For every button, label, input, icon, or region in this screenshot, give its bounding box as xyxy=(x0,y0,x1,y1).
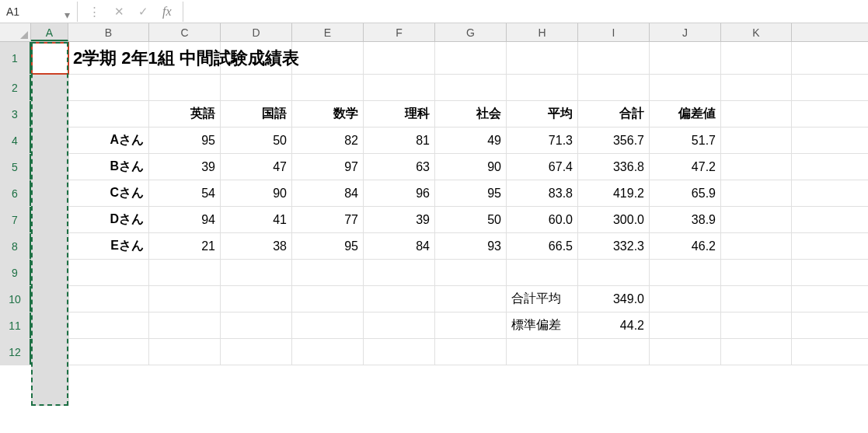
column-header-k[interactable]: K xyxy=(721,23,792,41)
cell-f2[interactable] xyxy=(364,75,435,100)
cell-a10[interactable] xyxy=(31,286,68,312)
cell-j10[interactable] xyxy=(650,286,721,312)
column-header-d[interactable]: D xyxy=(221,23,292,41)
cell-f1[interactable] xyxy=(364,42,435,74)
cell-k5[interactable] xyxy=(721,154,792,180)
cell-b5-name[interactable]: Bさん xyxy=(68,154,149,180)
cell-b7-name[interactable]: Dさん xyxy=(68,207,149,232)
cell-g1[interactable] xyxy=(435,42,507,74)
cell-b4-name[interactable]: Aさん xyxy=(68,127,149,153)
cell-a2[interactable] xyxy=(31,75,68,100)
fx-icon[interactable]: fx xyxy=(162,5,172,19)
cell-g10[interactable] xyxy=(435,286,507,312)
cell-d3-header[interactable]: 国語 xyxy=(221,101,292,127)
name-box[interactable]: A1 ▾ xyxy=(0,2,78,22)
cell-b12[interactable] xyxy=(68,339,149,365)
cell-j9[interactable] xyxy=(650,260,721,285)
column-header-b[interactable]: B xyxy=(68,23,149,41)
cell-b1-title[interactable]: 2学期 2年1組 中間試験成績表 xyxy=(68,42,149,74)
cell-d4[interactable]: 50 xyxy=(221,127,292,153)
cell-h7[interactable]: 60.0 xyxy=(507,207,578,232)
cell-d9[interactable] xyxy=(221,260,292,285)
row-header-12[interactable]: 12 xyxy=(0,339,31,365)
cell-i8[interactable]: 332.3 xyxy=(578,233,650,259)
cell-b9[interactable] xyxy=(68,260,149,285)
column-header-a[interactable]: A xyxy=(31,23,68,41)
cell-a8[interactable] xyxy=(31,233,68,259)
cell-d11[interactable] xyxy=(221,313,292,338)
cell-h12[interactable] xyxy=(507,339,578,365)
column-header-h[interactable]: H xyxy=(507,23,578,41)
cell-h9[interactable] xyxy=(507,260,578,285)
cell-k12[interactable] xyxy=(721,339,792,365)
cell-i10-avg-value[interactable]: 349.0 xyxy=(578,286,650,312)
cell-j6[interactable]: 65.9 xyxy=(650,180,721,206)
cell-c5[interactable]: 39 xyxy=(149,154,221,180)
cell-c2[interactable] xyxy=(149,75,221,100)
cell-c10[interactable] xyxy=(149,286,221,312)
cell-b10[interactable] xyxy=(68,286,149,312)
cell-d12[interactable] xyxy=(221,339,292,365)
column-header-f[interactable]: F xyxy=(364,23,435,41)
column-header-j[interactable]: J xyxy=(650,23,721,41)
cell-c12[interactable] xyxy=(149,339,221,365)
cell-c3-header[interactable]: 英語 xyxy=(149,101,221,127)
row-header-11[interactable]: 11 xyxy=(0,313,31,338)
cell-c9[interactable] xyxy=(149,260,221,285)
cell-e6[interactable]: 84 xyxy=(292,180,364,206)
cell-b3[interactable] xyxy=(68,101,149,127)
cell-i3-header[interactable]: 合計 xyxy=(578,101,650,127)
cell-c6[interactable]: 54 xyxy=(149,180,221,206)
cell-d10[interactable] xyxy=(221,286,292,312)
cell-c4[interactable]: 95 xyxy=(149,127,221,153)
cell-i6[interactable]: 419.2 xyxy=(578,180,650,206)
cell-i11-std-value[interactable]: 44.2 xyxy=(578,313,650,338)
cell-e2[interactable] xyxy=(292,75,364,100)
row-header-8[interactable]: 8 xyxy=(0,233,31,259)
cell-f9[interactable] xyxy=(364,260,435,285)
cell-h4[interactable]: 71.3 xyxy=(507,127,578,153)
cell-d6[interactable]: 90 xyxy=(221,180,292,206)
cell-e11[interactable] xyxy=(292,313,364,338)
column-header-e[interactable]: E xyxy=(292,23,364,41)
cell-c8[interactable]: 21 xyxy=(149,233,221,259)
row-header-10[interactable]: 10 xyxy=(0,286,31,312)
cell-j4[interactable]: 51.7 xyxy=(650,127,721,153)
cell-a6[interactable] xyxy=(31,180,68,206)
row-header-3[interactable]: 3 xyxy=(0,101,31,127)
cell-g8[interactable]: 93 xyxy=(435,233,507,259)
row-header-5[interactable]: 5 xyxy=(0,154,31,180)
cell-k4[interactable] xyxy=(721,127,792,153)
cell-c11[interactable] xyxy=(149,313,221,338)
cell-h2[interactable] xyxy=(507,75,578,100)
cell-f4[interactable]: 81 xyxy=(364,127,435,153)
cell-k10[interactable] xyxy=(721,286,792,312)
cell-f11[interactable] xyxy=(364,313,435,338)
formula-input[interactable] xyxy=(183,2,868,22)
cell-j5[interactable]: 47.2 xyxy=(650,154,721,180)
cell-d7[interactable]: 41 xyxy=(221,207,292,232)
cell-h5[interactable]: 67.4 xyxy=(507,154,578,180)
cell-j1[interactable] xyxy=(650,42,721,74)
cell-a4[interactable] xyxy=(31,127,68,153)
cell-g5[interactable]: 90 xyxy=(435,154,507,180)
cell-f10[interactable] xyxy=(364,286,435,312)
row-header-4[interactable]: 4 xyxy=(0,127,31,153)
cell-g11[interactable] xyxy=(435,313,507,338)
cell-k3[interactable] xyxy=(721,101,792,127)
cell-h3-header[interactable]: 平均 xyxy=(507,101,578,127)
cell-i5[interactable]: 336.8 xyxy=(578,154,650,180)
cell-k7[interactable] xyxy=(721,207,792,232)
cell-f8[interactable]: 84 xyxy=(364,233,435,259)
cell-k8[interactable] xyxy=(721,233,792,259)
cell-k1[interactable] xyxy=(721,42,792,74)
cell-k9[interactable] xyxy=(721,260,792,285)
column-header-i[interactable]: I xyxy=(578,23,650,41)
cell-j2[interactable] xyxy=(650,75,721,100)
cell-a11[interactable] xyxy=(31,313,68,338)
cell-j8[interactable]: 46.2 xyxy=(650,233,721,259)
cell-f3-header[interactable]: 理科 xyxy=(364,101,435,127)
cell-a12[interactable] xyxy=(31,339,68,365)
cell-f5[interactable]: 63 xyxy=(364,154,435,180)
row-header-6[interactable]: 6 xyxy=(0,180,31,206)
